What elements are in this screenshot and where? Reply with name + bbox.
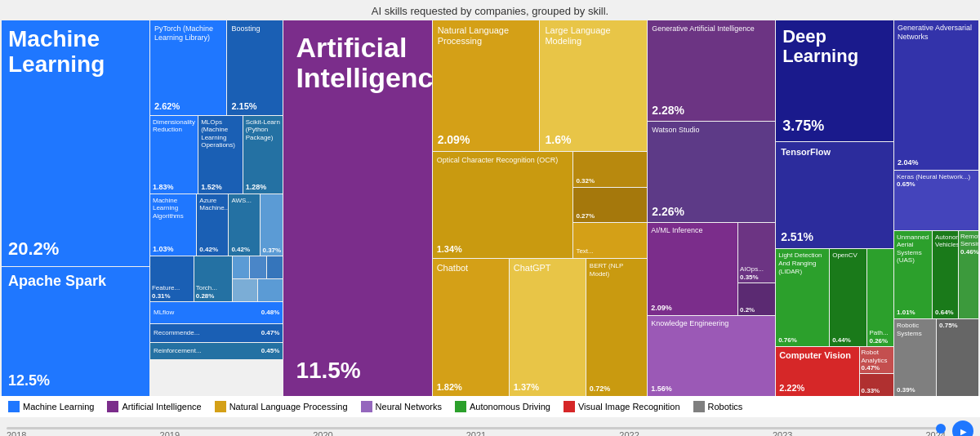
rs-label: Robotic Systems [897, 322, 933, 337]
aws-cell[interactable]: AWS... 0.42% [229, 194, 260, 256]
chart-title: AI skills requested by companies, groupe… [0, 0, 980, 20]
boosting-cell[interactable]: Boosting 2.15% [227, 20, 283, 115]
ml-algo-cell[interactable]: Machine Learning Algorithms 1.03% [150, 194, 196, 256]
reinforce-cell[interactable]: Reinforcement... 0.45% [150, 343, 283, 359]
apache-spark-cell[interactable]: Apache Spark 12.5% [2, 267, 149, 396]
col2-mid: Dimensionality Reduction 1.83% MLOps (Ma… [150, 116, 283, 194]
nn-legend-label: Neural Networks [376, 402, 442, 412]
play-button[interactable]: ▶ [952, 420, 973, 436]
aiops-col: AIOps... 0.35% 0.2% [738, 223, 775, 315]
mlops-cell[interactable]: MLOps (Machine Learning Operations) 1.52… [198, 116, 242, 194]
ml-algo-value: 1.03% [153, 245, 194, 253]
dim-value: 1.83% [153, 183, 195, 191]
slam-cell[interactable]: 0.33% [860, 374, 893, 396]
timeline-track[interactable]: 2018 2019 2020 2021 2022 2023 2024 [7, 422, 946, 436]
feature-cell[interactable]: Feature... 0.31% [150, 256, 194, 301]
legend-item-rob: Robotics [693, 401, 743, 412]
watson-studio-cell[interactable]: Watson Studio 2.26% [648, 122, 775, 222]
robot-analytics-cell[interactable]: Robot Analytics 0.47% [860, 347, 893, 373]
llm-cell[interactable]: Large Language Modeling 1.6% [540, 20, 647, 151]
timeline-labels-row: 2018 2019 2020 2021 2022 2023 2024 [7, 430, 946, 436]
computer-vision-cell[interactable]: Computer Vision 2.22% [776, 347, 858, 396]
aws-label: AWS... [231, 197, 257, 205]
vis-legend-label: Visual Image Recognition [578, 402, 680, 412]
deep-learning-cell[interactable]: Deep Learning 3.75% [776, 20, 893, 141]
chatbot-row: Chatbot 1.82% ChatGPT 1.37% BERT (NLP Mo… [433, 259, 648, 396]
pytorch-value: 2.62% [154, 101, 222, 111]
col-right: Generative Adversarial Networks 2.04% Ke… [894, 20, 978, 396]
ai-ml-row: AI/ML Inference 2.09% AIOps... 0.35% 0.2… [648, 223, 775, 315]
knowledge-label: Knowledge Engineering [651, 319, 772, 328]
aiops-cell[interactable]: AIOps... 0.35% [738, 223, 775, 283]
text-small[interactable]: Text... [573, 223, 647, 258]
lidar-value: 0.76% [778, 336, 826, 344]
nlp-cell[interactable]: Natural Language Processing 2.09% [433, 20, 540, 151]
dim-reduction-cell[interactable]: Dimensionality Reduction 1.83% [150, 116, 198, 194]
knowledge-cell[interactable]: Knowledge Engineering 1.56% [648, 316, 775, 396]
tiny-4[interactable] [233, 279, 257, 301]
ocr-row: Optical Character Recognition (OCR) 1.34… [433, 152, 648, 258]
path-cell[interactable]: Path... 0.26% [867, 249, 893, 346]
uas-row: Unmanned Aerial Systems (UAS) 1.01% Auto… [894, 231, 978, 318]
tiny-2[interactable] [250, 256, 266, 278]
chatbot-cell[interactable]: Chatbot 1.82% [433, 259, 509, 396]
nlp-value: 2.09% [438, 133, 535, 146]
tiny-1[interactable] [233, 256, 249, 278]
col2-bot3: MLflow 0.48% Recommende... 0.47% Reinfor… [150, 302, 283, 397]
ai-legend-color [107, 401, 118, 412]
ocr-cell[interactable]: Optical Character Recognition (OCR) 1.34… [433, 152, 573, 258]
rs-value: 0.39% [897, 386, 933, 394]
tiny-5[interactable] [258, 279, 283, 301]
chatbot-value: 1.82% [437, 382, 505, 392]
gen-ai-cell[interactable]: Generative Artificial Intelligence 2.28% [648, 20, 775, 121]
mlflow-cell[interactable]: MLflow 0.48% [150, 302, 283, 323]
legend-item-nlp: Natural Language Processing [215, 401, 348, 412]
bert-cell[interactable]: BERT (NLP Model) 0.72% [586, 259, 647, 396]
small-cell-1[interactable]: 0.37% [261, 194, 283, 256]
machine-learning-cell[interactable]: Machine Learning 20.2% [2, 20, 149, 266]
dl-bottom: Light Detection And Ranging (LIDAR) 0.76… [776, 249, 893, 346]
nlp-legend-label: Natural Language Processing [229, 402, 348, 412]
keras-cell[interactable]: Keras (Neural Network...) 0.65% [894, 171, 978, 230]
uas-cell[interactable]: Unmanned Aerial Systems (UAS) 1.01% [894, 231, 932, 318]
chatgpt-cell[interactable]: ChatGPT 1.37% [510, 259, 586, 396]
robot-small-cell[interactable]: 0.75% [937, 319, 978, 396]
ai-value: 11.5% [296, 358, 419, 384]
uas-value: 1.01% [897, 309, 929, 316]
pytorch-cell[interactable]: PyTorch (Machine Learning Library) 2.62% [150, 20, 226, 115]
opencv-cell[interactable]: OpenCV 0.44% [830, 249, 866, 346]
tensorflow-cell[interactable]: TensorFlow 2.51% [776, 142, 893, 249]
robotic-systems-cell[interactable]: Robotic Systems 0.39% [894, 319, 936, 396]
ai-label: Artificial Intelligence [296, 33, 419, 94]
nn-legend-color [361, 401, 372, 412]
nlp-label: Natural Language Processing [438, 25, 535, 47]
gen-ai-value: 2.28% [652, 104, 771, 117]
legend-item-auto: Autonomous Driving [455, 401, 550, 412]
knowledge-value: 1.56% [651, 385, 772, 393]
chatgpt-value: 1.37% [514, 382, 581, 392]
lidar-cell[interactable]: Light Detection And Ranging (LIDAR) 0.76… [776, 249, 829, 346]
azure-cell[interactable]: Azure Machine... 0.42% [197, 194, 228, 256]
dim-label: Dimensionality Reduction [153, 118, 195, 134]
rob-legend-label: Robotics [708, 402, 743, 412]
uas-label: Unmanned Aerial Systems (UAS) [897, 234, 929, 265]
unknown-cell[interactable]: 0.2% [738, 283, 775, 315]
remote-sensing-cell[interactable]: Remote Sensing 0.46% [959, 231, 978, 318]
tiny-3[interactable] [267, 256, 283, 278]
ai-cell[interactable]: Artificial Intelligence 11.5% [283, 20, 431, 396]
torch-cell[interactable]: Torch... 0.28% [194, 256, 233, 301]
gen-adv-cell[interactable]: Generative Adversarial Networks 2.04% [894, 20, 978, 170]
dl-value: 3.75% [782, 118, 887, 135]
col-gen-ai: Generative Artificial Intelligence 2.28%… [648, 20, 775, 396]
ocr-small1[interactable]: 0.32% [573, 152, 647, 187]
ocr-small2[interactable]: 0.27% [573, 188, 647, 223]
scikit-cell[interactable]: Scikit-Learn (Python Package) 1.28% [243, 116, 283, 194]
recommend-cell[interactable]: Recommende... 0.47% [150, 324, 283, 342]
auto-vehicles-cell[interactable]: Autonomous Vehicles 0.64% [933, 231, 958, 318]
ai-ml-cell[interactable]: AI/ML Inference 2.09% [648, 223, 737, 315]
timeline-bar[interactable] [7, 427, 946, 429]
auto-legend-label: Autonomous Driving [470, 402, 550, 412]
keras-label: Keras (Neural Network...) [897, 173, 976, 181]
year-2023: 2023 [773, 430, 792, 436]
azure-value: 0.42% [199, 246, 225, 253]
